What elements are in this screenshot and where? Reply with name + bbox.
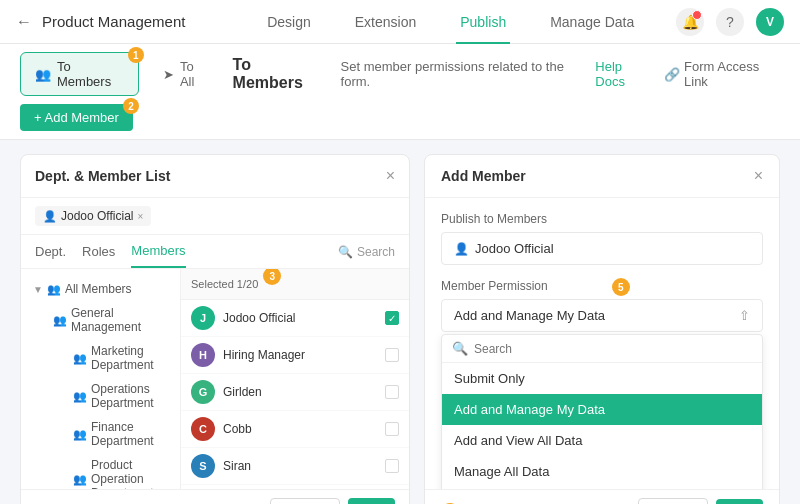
left-cancel-button[interactable]: Cancel	[270, 498, 340, 504]
publish-sub-row: + Add Member 2	[0, 104, 800, 139]
left-panel: Dept. & Member List × 👤 Jodoo Official ×…	[20, 154, 410, 504]
left-panel-close[interactable]: ×	[386, 167, 395, 185]
panel-title: Dept. & Member List	[35, 168, 170, 184]
right-content: Publish to Members 👤 Jodoo Official Memb…	[425, 198, 779, 489]
member-checkbox[interactable]	[385, 459, 399, 473]
nav-tabs: Design Extension Publish Manage Data	[225, 0, 676, 44]
tree-panel: ▼ 👥 All Members 👥 General Management 👥 M…	[21, 269, 181, 489]
tab-members[interactable]: Members	[131, 235, 185, 268]
dropdown-arrow-icon: ⇧	[739, 308, 750, 323]
member-checkbox[interactable]: ✓	[385, 311, 399, 325]
selected-count: Selected 1/20 3	[191, 275, 281, 293]
avatar: J	[191, 306, 215, 330]
permission-dropdown-trigger[interactable]: Add and Manage My Data ⇧	[441, 299, 763, 332]
list-item[interactable]: C Cobb	[181, 411, 409, 448]
list-item[interactable]: S Siran	[181, 448, 409, 485]
member-name: Girlden	[223, 385, 377, 399]
tab-roles[interactable]: Roles	[82, 236, 115, 267]
member-select-panel: Selected 1/20 3 J Jodoo Official ✓ H Hir…	[181, 269, 409, 489]
member-name: Cobb	[223, 422, 377, 436]
permission-section: Member Permission 5 Add and Manage My Da…	[441, 279, 763, 489]
main-area: Dept. & Member List × 👤 Jodoo Official ×…	[0, 140, 800, 504]
member-name: Jodoo Official	[223, 311, 377, 325]
tag-icon: 👤	[43, 210, 57, 223]
option-submit-only[interactable]: Submit Only	[442, 363, 762, 394]
tabs-row: Dept. Roles Members 🔍 Search	[21, 235, 409, 269]
tree-arrow: ▼	[33, 284, 43, 295]
add-member-button[interactable]: + Add Member 2	[20, 104, 133, 131]
link-icon: 🔗	[664, 67, 680, 82]
avatar: S	[191, 454, 215, 478]
right-footer: 6 Cancel OK	[425, 489, 779, 504]
to-all-button[interactable]: ➤ To All	[149, 53, 223, 95]
tab-manage-data[interactable]: Manage Data	[546, 0, 638, 44]
tree-root-label: All Members	[65, 282, 132, 296]
right-title: Add Member	[441, 168, 526, 184]
selected-badge: 3	[263, 269, 281, 285]
search-icon: 🔍	[338, 245, 353, 259]
dropdown-search-input[interactable]	[474, 342, 752, 356]
selected-tag: 👤 Jodoo Official ×	[35, 206, 151, 226]
option-add-manage-my[interactable]: Add and Manage My Data	[442, 394, 762, 425]
list-item[interactable]: G Girlden	[181, 374, 409, 411]
tag-close[interactable]: ×	[138, 211, 144, 222]
dropdown-search: 🔍	[442, 335, 762, 363]
tree-item-product[interactable]: 👥 Product Operation Department	[41, 453, 180, 489]
search-label: Search	[357, 245, 395, 259]
list-item[interactable]: H Hiring Manager	[181, 337, 409, 374]
to-all-label: To All	[180, 59, 209, 89]
member-checkbox[interactable]	[385, 422, 399, 436]
publish-header-title: To Members	[233, 56, 321, 92]
right-panel: Add Member × Publish to Members 👤 Jodoo …	[424, 154, 780, 504]
top-nav: ← Product Management Design Extension Pu…	[0, 0, 800, 44]
help-docs-link[interactable]: Help Docs	[595, 59, 652, 89]
form-access-link[interactable]: 🔗 Form Access Link	[664, 59, 780, 89]
list-item[interactable]: J Jodoo Official ✓	[181, 300, 409, 337]
notification-icon[interactable]: 🔔	[676, 8, 704, 36]
to-members-button[interactable]: 👥 To Members 1	[20, 52, 139, 96]
tree-item-finance[interactable]: 👥 Finance Department	[41, 415, 180, 453]
selected-permission: Add and Manage My Data	[454, 308, 605, 323]
footer-actions: Cancel OK	[270, 498, 395, 504]
tab-publish[interactable]: Publish	[456, 0, 510, 44]
publish-area: 👥 To Members 1 ➤ To All To Members Set m…	[0, 44, 800, 140]
search-tab: 🔍 Search	[338, 245, 395, 259]
avatar: C	[191, 417, 215, 441]
member-list-area: ▼ 👥 All Members 👥 General Management 👥 M…	[21, 269, 409, 489]
tab-design[interactable]: Design	[263, 0, 315, 44]
send-icon: ➤	[163, 67, 174, 82]
back-button[interactable]: ←	[16, 13, 32, 31]
permission-dropdown-menu: 🔍 Submit Only Add and Manage My Data Add…	[441, 334, 763, 489]
right-ok-button[interactable]: OK	[716, 499, 763, 504]
dropdown-search-icon: 🔍	[452, 341, 468, 356]
tree-icon: 👥	[47, 283, 61, 296]
panel-header: Dept. & Member List ×	[21, 155, 409, 198]
publish-to-box: 👤 Jodoo Official	[441, 232, 763, 265]
member-select-header: Selected 1/20 3	[181, 269, 409, 300]
publish-to-label: Publish to Members	[441, 212, 763, 226]
tree-item-marketing[interactable]: 👥 Marketing Department	[41, 339, 180, 377]
member-checkbox[interactable]	[385, 348, 399, 362]
member-name: Siran	[223, 459, 377, 473]
right-cancel-button[interactable]: Cancel	[638, 498, 708, 504]
tree-item-general[interactable]: 👥 General Management	[41, 301, 180, 339]
tag-label: Jodoo Official	[61, 209, 134, 223]
right-panel-close[interactable]: ×	[754, 167, 763, 185]
tree-root[interactable]: ▼ 👥 All Members	[21, 277, 180, 301]
left-ok-button[interactable]: OK	[348, 498, 395, 504]
option-view-all[interactable]: View All Data	[442, 487, 762, 489]
right-header: Add Member ×	[425, 155, 779, 198]
to-members-label: To Members	[57, 59, 124, 89]
option-add-view-all[interactable]: Add and View All Data	[442, 425, 762, 456]
avatar[interactable]: V	[756, 8, 784, 36]
tab-dept[interactable]: Dept.	[35, 236, 66, 267]
member-name: Hiring Manager	[223, 348, 377, 362]
add-member-label: + Add Member	[34, 110, 119, 125]
help-icon[interactable]: ?	[716, 8, 744, 36]
panel-footer: Contacts Cancel OK	[21, 489, 409, 504]
tree-item-operations[interactable]: 👥 Operations Department	[41, 377, 180, 415]
tab-extension[interactable]: Extension	[351, 0, 420, 44]
badge5: 5	[612, 278, 630, 296]
option-manage-all[interactable]: Manage All Data	[442, 456, 762, 487]
member-checkbox[interactable]	[385, 385, 399, 399]
